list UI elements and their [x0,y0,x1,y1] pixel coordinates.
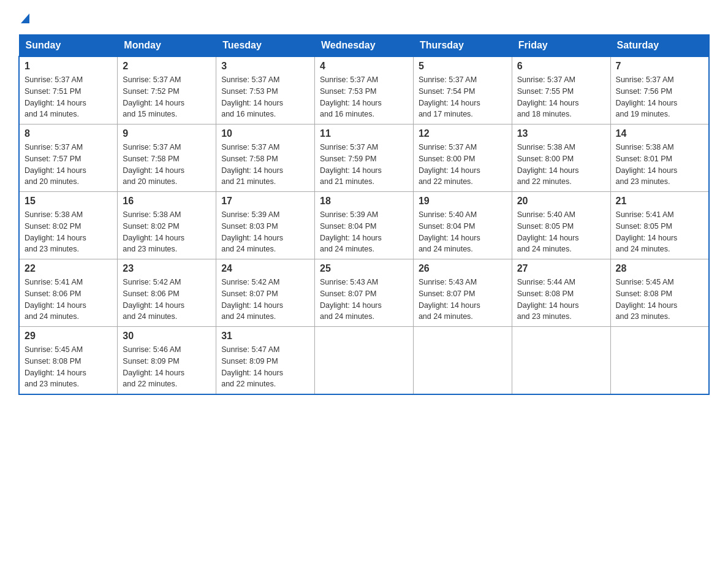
calendar-week-4: 22 Sunrise: 5:41 AM Sunset: 8:06 PM Dayl… [19,259,709,327]
day-number: 9 [123,128,211,139]
day-info: Sunrise: 5:39 AM Sunset: 8:04 PM Dayligh… [320,209,408,255]
logo-triangle-icon [18,11,32,27]
page-header [18,12,710,28]
day-info: Sunrise: 5:41 AM Sunset: 8:06 PM Dayligh… [25,277,112,323]
day-number: 14 [616,128,703,139]
calendar-week-3: 15 Sunrise: 5:38 AM Sunset: 8:02 PM Dayl… [19,192,709,259]
day-number: 24 [221,263,309,274]
day-number: 1 [25,61,112,72]
calendar-cell: 27 Sunrise: 5:44 AM Sunset: 8:08 PM Dayl… [512,259,610,327]
day-info: Sunrise: 5:37 AM Sunset: 7:53 PM Dayligh… [221,74,309,120]
header-day-saturday: Saturday [610,35,709,57]
header-day-monday: Monday [118,35,216,57]
svg-marker-0 [21,13,29,23]
calendar-body: 1 Sunrise: 5:37 AM Sunset: 7:51 PM Dayli… [19,56,709,394]
day-number: 26 [419,263,507,274]
calendar-cell: 28 Sunrise: 5:45 AM Sunset: 8:08 PM Dayl… [610,259,709,327]
day-number: 10 [221,128,309,139]
day-info: Sunrise: 5:37 AM Sunset: 7:56 PM Dayligh… [616,74,703,120]
day-number: 3 [221,61,309,72]
calendar-cell: 12 Sunrise: 5:37 AM Sunset: 8:00 PM Dayl… [413,124,512,192]
calendar-cell [413,327,512,395]
calendar-cell: 5 Sunrise: 5:37 AM Sunset: 7:54 PM Dayli… [413,56,512,124]
calendar-cell: 18 Sunrise: 5:39 AM Sunset: 8:04 PM Dayl… [315,192,414,259]
day-number: 5 [419,61,507,72]
day-number: 2 [123,61,211,72]
calendar-cell: 16 Sunrise: 5:38 AM Sunset: 8:02 PM Dayl… [118,192,216,259]
day-number: 12 [419,128,507,139]
calendar-cell: 21 Sunrise: 5:41 AM Sunset: 8:05 PM Dayl… [610,192,709,259]
day-info: Sunrise: 5:44 AM Sunset: 8:08 PM Dayligh… [517,277,605,323]
calendar-cell: 19 Sunrise: 5:40 AM Sunset: 8:04 PM Dayl… [413,192,512,259]
calendar-cell [610,327,709,395]
day-number: 16 [123,196,211,207]
day-number: 28 [616,263,703,274]
day-number: 15 [25,196,112,207]
day-info: Sunrise: 5:43 AM Sunset: 8:07 PM Dayligh… [320,277,408,323]
calendar-cell: 31 Sunrise: 5:47 AM Sunset: 8:09 PM Dayl… [216,327,315,395]
day-info: Sunrise: 5:37 AM Sunset: 7:58 PM Dayligh… [221,142,309,188]
calendar-cell: 4 Sunrise: 5:37 AM Sunset: 7:53 PM Dayli… [315,56,414,124]
day-number: 23 [123,263,211,274]
day-info: Sunrise: 5:37 AM Sunset: 7:51 PM Dayligh… [25,74,112,120]
calendar-cell: 30 Sunrise: 5:46 AM Sunset: 8:09 PM Dayl… [118,327,216,395]
calendar-cell: 9 Sunrise: 5:37 AM Sunset: 7:58 PM Dayli… [118,124,216,192]
calendar-week-2: 8 Sunrise: 5:37 AM Sunset: 7:57 PM Dayli… [19,124,709,192]
day-number: 31 [221,331,309,342]
day-number: 6 [517,61,605,72]
calendar-cell: 29 Sunrise: 5:45 AM Sunset: 8:08 PM Dayl… [19,327,118,395]
day-info: Sunrise: 5:39 AM Sunset: 8:03 PM Dayligh… [221,209,309,255]
day-info: Sunrise: 5:38 AM Sunset: 8:02 PM Dayligh… [25,209,112,255]
day-number: 27 [517,263,605,274]
day-number: 21 [616,196,703,207]
day-info: Sunrise: 5:37 AM Sunset: 7:53 PM Dayligh… [320,74,408,120]
day-number: 8 [25,128,112,139]
day-number: 30 [123,331,211,342]
calendar-cell: 26 Sunrise: 5:43 AM Sunset: 8:07 PM Dayl… [413,259,512,327]
calendar-cell: 1 Sunrise: 5:37 AM Sunset: 7:51 PM Dayli… [19,56,118,124]
day-info: Sunrise: 5:45 AM Sunset: 8:08 PM Dayligh… [25,344,112,390]
calendar-cell: 23 Sunrise: 5:42 AM Sunset: 8:06 PM Dayl… [118,259,216,327]
calendar-cell: 6 Sunrise: 5:37 AM Sunset: 7:55 PM Dayli… [512,56,610,124]
calendar-cell: 15 Sunrise: 5:38 AM Sunset: 8:02 PM Dayl… [19,192,118,259]
day-number: 25 [320,263,408,274]
day-info: Sunrise: 5:37 AM Sunset: 7:57 PM Dayligh… [25,142,112,188]
day-info: Sunrise: 5:43 AM Sunset: 8:07 PM Dayligh… [419,277,507,323]
day-info: Sunrise: 5:37 AM Sunset: 7:55 PM Dayligh… [517,74,605,120]
calendar-week-1: 1 Sunrise: 5:37 AM Sunset: 7:51 PM Dayli… [19,56,709,124]
day-number: 11 [320,128,408,139]
day-info: Sunrise: 5:46 AM Sunset: 8:09 PM Dayligh… [123,344,211,390]
calendar-cell [512,327,610,395]
day-info: Sunrise: 5:41 AM Sunset: 8:05 PM Dayligh… [616,209,703,255]
header-day-tuesday: Tuesday [216,35,315,57]
header-row: SundayMondayTuesdayWednesdayThursdayFrid… [19,35,709,57]
calendar-week-5: 29 Sunrise: 5:45 AM Sunset: 8:08 PM Dayl… [19,327,709,395]
calendar-cell: 2 Sunrise: 5:37 AM Sunset: 7:52 PM Dayli… [118,56,216,124]
day-number: 7 [616,61,703,72]
day-info: Sunrise: 5:38 AM Sunset: 8:01 PM Dayligh… [616,142,703,188]
day-info: Sunrise: 5:37 AM Sunset: 7:52 PM Dayligh… [123,74,211,120]
day-number: 13 [517,128,605,139]
calendar-cell: 3 Sunrise: 5:37 AM Sunset: 7:53 PM Dayli… [216,56,315,124]
calendar-cell [315,327,414,395]
header-day-thursday: Thursday [413,35,512,57]
calendar-cell: 25 Sunrise: 5:43 AM Sunset: 8:07 PM Dayl… [315,259,414,327]
day-number: 18 [320,196,408,207]
calendar-table: SundayMondayTuesdayWednesdayThursdayFrid… [18,34,710,395]
day-number: 20 [517,196,605,207]
day-number: 19 [419,196,507,207]
calendar-header: SundayMondayTuesdayWednesdayThursdayFrid… [19,35,709,57]
day-info: Sunrise: 5:37 AM Sunset: 7:58 PM Dayligh… [123,142,211,188]
day-info: Sunrise: 5:45 AM Sunset: 8:08 PM Dayligh… [616,277,703,323]
day-number: 29 [25,331,112,342]
day-info: Sunrise: 5:37 AM Sunset: 7:59 PM Dayligh… [320,142,408,188]
day-number: 22 [25,263,112,274]
calendar-cell: 20 Sunrise: 5:40 AM Sunset: 8:05 PM Dayl… [512,192,610,259]
day-info: Sunrise: 5:40 AM Sunset: 8:04 PM Dayligh… [419,209,507,255]
day-info: Sunrise: 5:37 AM Sunset: 8:00 PM Dayligh… [419,142,507,188]
header-day-wednesday: Wednesday [315,35,414,57]
calendar-cell: 8 Sunrise: 5:37 AM Sunset: 7:57 PM Dayli… [19,124,118,192]
day-info: Sunrise: 5:47 AM Sunset: 8:09 PM Dayligh… [221,344,309,390]
day-info: Sunrise: 5:40 AM Sunset: 8:05 PM Dayligh… [517,209,605,255]
calendar-cell: 24 Sunrise: 5:42 AM Sunset: 8:07 PM Dayl… [216,259,315,327]
